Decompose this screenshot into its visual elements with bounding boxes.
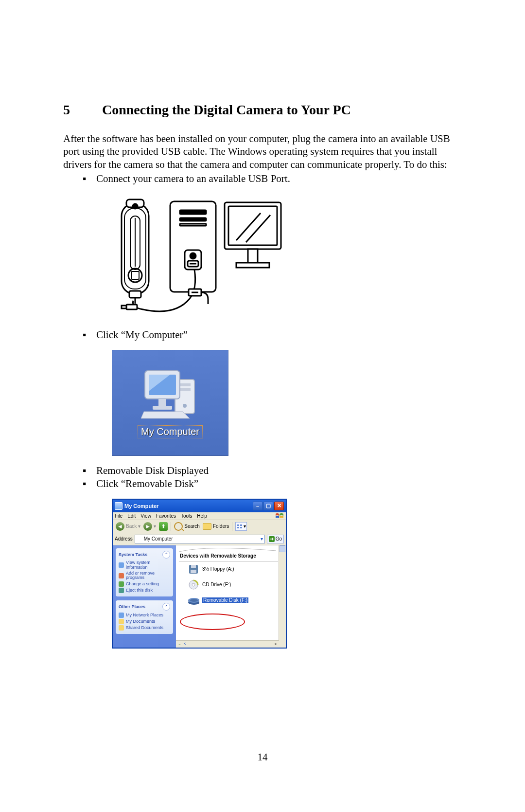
folders-button[interactable]: Folders <box>203 523 229 530</box>
address-icon <box>137 536 142 542</box>
menu-view[interactable]: View <box>140 513 151 519</box>
bullet-removable-displayed: Removable Disk Displayed <box>83 465 462 477</box>
svg-rect-29 <box>179 388 191 391</box>
page-number: 14 <box>0 751 525 763</box>
forward-icon: ► <box>143 522 152 531</box>
close-button[interactable]: ✕ <box>274 502 284 510</box>
svg-point-47 <box>190 599 198 602</box>
task-view-system-info[interactable]: View system information <box>119 560 170 570</box>
section-number: 5 <box>63 102 83 118</box>
folders-icon <box>203 523 211 530</box>
scroll-left-icon[interactable]: ⌄ <box>176 641 183 648</box>
horizontal-scrollbar[interactable]: ⌄ < > <box>176 640 279 648</box>
window-title: My Computer <box>124 503 158 509</box>
eject-icon <box>119 588 124 593</box>
svg-rect-38 <box>237 527 239 528</box>
address-label: Address <box>115 536 133 541</box>
svg-rect-36 <box>237 524 239 526</box>
go-button[interactable]: ➜ Go <box>267 535 284 543</box>
menu-file[interactable]: File <box>115 513 122 519</box>
search-button[interactable]: Search <box>174 522 200 531</box>
drives-pane: Devices with Removable Storage 3½ Floppy… <box>176 545 286 648</box>
views-button[interactable]: ▾ <box>235 522 247 531</box>
bullet-connect: Connect your camera to an available USB … <box>83 173 462 185</box>
up-icon: ⬆ <box>159 522 168 531</box>
hard-disk-section-clip <box>179 547 283 551</box>
address-value: My Computer <box>144 536 173 541</box>
toolbar: ◄ Back ▾ ► ▾ ⬆ Search Folders ▾ <box>113 520 286 533</box>
cd-icon <box>188 579 199 590</box>
task-change-setting[interactable]: Change a setting <box>119 581 170 587</box>
drive-cd[interactable]: CD Drive (E:) <box>188 579 283 590</box>
collapse-icon[interactable]: ⌃ <box>162 551 170 559</box>
link-shared-documents[interactable]: Shared Documents <box>119 625 170 631</box>
removable-storage-heading: Devices with Removable Storage <box>180 553 283 559</box>
minimize-button[interactable]: – <box>253 502 262 510</box>
svg-rect-39 <box>240 527 242 528</box>
section-title: Connecting the Digital Camera to Your PC <box>102 102 351 118</box>
svg-rect-9 <box>170 201 216 292</box>
menu-bar: File Edit View Favorites Tools Help <box>113 512 286 520</box>
red-highlight-oval <box>180 614 245 630</box>
info-icon <box>119 562 124 568</box>
vertical-scrollbar[interactable] <box>279 545 286 648</box>
svg-point-14 <box>190 253 196 259</box>
programs-icon <box>119 573 124 578</box>
shared-icon <box>119 625 124 631</box>
address-field[interactable]: My Computer ▾ <box>135 535 265 543</box>
floppy-icon <box>188 564 199 575</box>
other-places-header: Other Places <box>119 604 145 609</box>
intro-paragraph: After the software has been installed on… <box>63 132 462 171</box>
back-button[interactable]: ◄ Back ▾ <box>116 522 140 531</box>
search-icon <box>174 522 183 531</box>
back-icon: ◄ <box>116 522 124 531</box>
documents-icon <box>119 619 124 624</box>
menu-tools[interactable]: Tools <box>181 513 192 519</box>
collapse-icon[interactable]: ⌃ <box>162 603 170 611</box>
forward-button[interactable]: ► ▾ <box>143 522 156 531</box>
go-icon: ➜ <box>269 536 275 542</box>
window-titlebar[interactable]: My Computer – ▢ ✕ <box>113 500 286 512</box>
settings-icon <box>119 581 124 587</box>
up-button[interactable]: ⬆ <box>159 522 168 531</box>
network-icon <box>119 613 124 618</box>
svg-rect-28 <box>179 383 191 386</box>
task-add-remove[interactable]: Add or remove programs <box>119 571 170 581</box>
system-tasks-header: System Tasks <box>119 552 147 557</box>
tasks-sidebar: System Tasks⌃ View system information Ad… <box>113 545 176 648</box>
figure-explorer-window: My Computer – ▢ ✕ File Edit View Favorit… <box>112 499 462 649</box>
svg-rect-10 <box>180 210 206 214</box>
link-network-places[interactable]: My Network Places <box>119 613 170 618</box>
menu-help[interactable]: Help <box>197 513 207 519</box>
address-bar: Address My Computer ▾ ➜ Go <box>113 533 286 545</box>
svg-rect-41 <box>191 565 196 568</box>
figure-camera-pc <box>112 194 462 320</box>
svg-rect-35 <box>153 406 172 410</box>
drive-floppy[interactable]: 3½ Floppy (A:) <box>188 564 283 575</box>
removable-disk-label: Removable Disk (F:) <box>202 597 248 603</box>
windows-flag-icon <box>275 513 284 520</box>
svg-rect-34 <box>158 399 166 406</box>
svg-point-3 <box>133 204 138 209</box>
svg-point-44 <box>192 583 195 586</box>
svg-rect-37 <box>240 524 242 526</box>
window-icon <box>115 502 122 510</box>
svg-rect-22 <box>236 263 269 268</box>
svg-rect-42 <box>191 570 196 573</box>
scroll-right-icon[interactable]: > <box>272 641 279 648</box>
svg-rect-25 <box>126 305 137 309</box>
svg-rect-11 <box>180 218 206 221</box>
svg-rect-8 <box>129 291 141 298</box>
dropdown-icon[interactable]: ▾ <box>261 536 263 541</box>
task-eject-disk[interactable]: Eject this disk <box>119 588 170 593</box>
menu-edit[interactable]: Edit <box>127 513 136 519</box>
my-computer-label: My Computer <box>138 425 203 438</box>
bullet-click-mycomputer: Click “My Computer” <box>83 329 462 341</box>
maximize-button[interactable]: ▢ <box>263 502 273 510</box>
menu-favorites[interactable]: Favorites <box>156 513 176 519</box>
svg-rect-26 <box>122 306 126 308</box>
drive-removable[interactable]: Removable Disk (F:) <box>188 595 283 606</box>
bullet-click-removable: Click “Removable Disk” <box>83 478 462 490</box>
my-computer-icon <box>141 367 199 420</box>
link-my-documents[interactable]: My Documents <box>119 619 170 624</box>
